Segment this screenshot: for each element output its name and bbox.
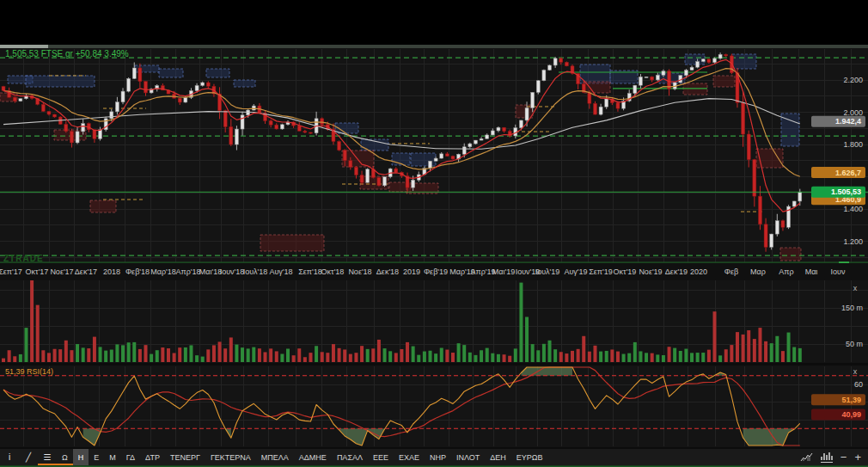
svg-text:51,39: 51,39 xyxy=(841,396,861,404)
time-axis-label: Αυγ'19 xyxy=(564,267,587,276)
price-axis-label: 1.800 xyxy=(843,140,863,149)
tab-ΓΕΚΤΕΡΝΑ[interactable]: ΓΕΚΤΕΡΝΑ xyxy=(205,449,256,465)
demand-zone-box xyxy=(260,235,324,251)
tab-ΓΔ[interactable]: ΓΔ xyxy=(121,449,140,465)
time-axis-label: Νοε'19 xyxy=(639,267,662,276)
bottom-toolbar: i╱☰ΩΗΕΜΓΔΔΤΡΤΕΝΕΡΓΓΕΚΤΕΡΝΑΜΠΕΛΑΑΔΜΗΕΠΑΣΑ… xyxy=(0,449,868,465)
time-axis-label: Νοε'17 xyxy=(50,267,73,276)
time-axis-label: Οκτ'17 xyxy=(26,267,49,276)
price-badge: 1.942,4 xyxy=(811,116,865,127)
time-axis-label: Δεκ'17 xyxy=(75,267,97,276)
price-badge: 40,99 xyxy=(811,409,865,420)
trading-app-window: 2.2002.0001.8001.4001.200150 m50 m60Σεπ'… xyxy=(0,0,868,467)
price-chart[interactable]: 2.2002.0001.8001.4001.200150 m50 m60Σεπ'… xyxy=(0,0,868,467)
chart-zoom-controls: − + xyxy=(800,449,868,465)
supply-zone-box xyxy=(732,54,756,69)
demand-zone-box xyxy=(90,200,116,212)
supply-zone-box xyxy=(234,80,255,87)
svg-text:1.505,53: 1.505,53 xyxy=(831,187,861,196)
time-axis-label: Ιουλ'18 xyxy=(243,267,268,276)
time-axis-label: 2019 xyxy=(403,267,420,276)
info-icon[interactable]: i xyxy=(0,449,19,465)
time-axis-label: Φεβ'18 xyxy=(125,267,150,276)
tab-ΔΕΗ[interactable]: ΔΕΗ xyxy=(485,449,511,465)
supply-zone-box xyxy=(26,76,95,87)
time-axis-label: Δεκ'18 xyxy=(376,267,399,276)
time-axis-label: Σεπ'18 xyxy=(298,267,322,276)
time-axis-label: 2018 xyxy=(103,267,120,276)
time-axis-label: Φεβ xyxy=(724,267,738,276)
trendline-icon[interactable]: ╱ xyxy=(19,449,38,465)
tab-Ω[interactable]: Ω xyxy=(57,449,73,465)
price-badge: 51,39 xyxy=(811,394,865,405)
time-axis-label: Απρ'18 xyxy=(175,267,200,276)
time-axis-label: Φεβ'19 xyxy=(424,267,448,276)
volume-axis-label: 50 m xyxy=(846,340,863,348)
tab-ΜΠΕΛΑ[interactable]: ΜΠΕΛΑ xyxy=(256,449,294,465)
price-axis-label: 1.400 xyxy=(843,205,863,213)
time-axis-label: Μαρ'18 xyxy=(150,267,176,276)
time-axis-label: Ιουν'18 xyxy=(220,267,245,276)
chart-scrollbar-thumb[interactable] xyxy=(0,45,48,48)
tab-Μ[interactable]: Μ xyxy=(104,449,121,465)
demand-zone-box xyxy=(713,76,735,87)
histogram-icon[interactable] xyxy=(821,452,833,463)
price-axis-label: 2.000 xyxy=(843,108,863,117)
time-axis-label: Μαι xyxy=(805,267,818,276)
tab-ΕΕΕ[interactable]: ΕΕΕ xyxy=(368,449,394,465)
supply-zone-box xyxy=(206,69,229,77)
tab-ΝΗΡ[interactable]: ΝΗΡ xyxy=(425,449,451,465)
time-axis-label: Μαι'19 xyxy=(492,267,515,276)
line-chart-icon[interactable] xyxy=(800,452,813,463)
time-axis-label: Απρ xyxy=(779,267,793,276)
svg-text:40,99: 40,99 xyxy=(841,410,861,419)
tab-Ε[interactable]: Ε xyxy=(89,449,104,465)
svg-text:1.942,4: 1.942,4 xyxy=(835,117,861,126)
time-axis-label: Ιουλ'19 xyxy=(535,267,560,276)
time-axis-label: Μαρ xyxy=(750,267,766,276)
time-axis-label: Σεπ'19 xyxy=(589,267,613,276)
time-axis-label: Οκτ'18 xyxy=(321,267,345,276)
tab-Η[interactable]: Η xyxy=(73,449,89,465)
tab-ΠΑΣΑΛ[interactable]: ΠΑΣΑΛ xyxy=(332,449,368,465)
price-axis-label: 2.200 xyxy=(843,76,863,84)
time-axis-label: Ιουν xyxy=(831,267,846,276)
rsi-pane-close-button[interactable]: x xyxy=(850,367,860,376)
demand-zone-box xyxy=(584,82,610,93)
zoom-in-button[interactable]: + xyxy=(854,452,861,463)
tab-ΔΤΡ[interactable]: ΔΤΡ xyxy=(140,449,165,465)
tab-ΤΕΝΕΡΓ[interactable]: ΤΕΝΕΡΓ xyxy=(165,449,205,465)
indicators-icon[interactable]: ☰ xyxy=(38,449,57,465)
tab-ΑΔΜΗΕ[interactable]: ΑΔΜΗΕ xyxy=(294,449,332,465)
time-axis-label: Οκτ'19 xyxy=(614,267,637,276)
chart-scrollbar[interactable] xyxy=(0,45,868,48)
volume-pane-close-button[interactable]: x xyxy=(850,284,860,292)
time-axis-label: Δεκ'19 xyxy=(665,267,688,276)
price-badge: 1.626,7 xyxy=(811,167,865,178)
demand-zone-box xyxy=(780,248,801,261)
time-axis-label: Μαι'18 xyxy=(199,267,222,276)
supply-zone-box xyxy=(159,69,183,77)
price-axis-label: 1.200 xyxy=(843,237,863,246)
time-axis-label: 2020 xyxy=(690,267,707,276)
volume-axis-label: 150 m xyxy=(841,304,863,312)
svg-text:1.626,7: 1.626,7 xyxy=(835,169,861,177)
zoom-out-button[interactable]: − xyxy=(840,452,847,463)
price-badge: 1.505,53 xyxy=(811,187,865,198)
time-axis-label: Σεπ'17 xyxy=(0,267,22,276)
tab-ΕΥΡΩΒ[interactable]: ΕΥΡΩΒ xyxy=(511,449,548,465)
tab-ΕΧΑΕ[interactable]: ΕΧΑΕ xyxy=(394,449,425,465)
demand-zone-box xyxy=(756,149,783,168)
time-axis-label: Αυγ'18 xyxy=(269,267,292,276)
rsi-axis-label: 60 xyxy=(854,380,863,389)
tab-ΙΝΛΟΤ[interactable]: ΙΝΛΟΤ xyxy=(451,449,485,465)
time-axis-label: Νοε'18 xyxy=(348,267,371,276)
